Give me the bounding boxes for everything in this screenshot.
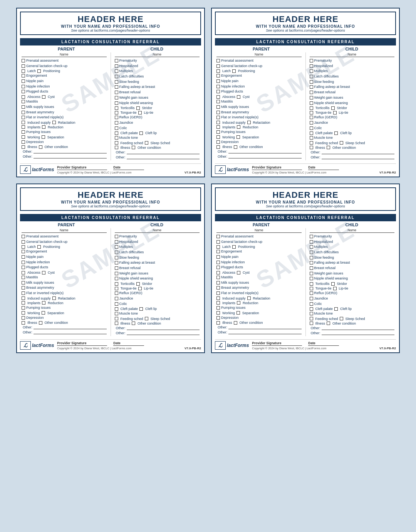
checkbox[interactable] — [22, 64, 25, 68]
checkbox[interactable] — [115, 136, 118, 140]
checkbox[interactable] — [216, 135, 220, 139]
checkbox[interactable] — [115, 245, 118, 249]
checkbox[interactable] — [333, 111, 337, 114]
checkbox[interactable] — [216, 266, 220, 269]
checkbox[interactable] — [42, 135, 45, 139]
checkbox[interactable] — [136, 282, 140, 286]
checkbox[interactable] — [310, 121, 313, 125]
checkbox[interactable] — [115, 75, 118, 78]
checkbox[interactable] — [22, 245, 25, 249]
checkbox[interactable] — [22, 125, 25, 129]
checkbox[interactable] — [115, 69, 118, 73]
checkbox[interactable] — [340, 141, 343, 145]
checkbox[interactable] — [115, 146, 118, 149]
checkbox[interactable] — [115, 131, 118, 135]
checkbox[interactable] — [310, 131, 313, 135]
checkbox[interactable] — [22, 100, 25, 103]
checkbox[interactable] — [22, 69, 25, 73]
checkbox[interactable] — [310, 297, 313, 300]
checkbox[interactable] — [22, 140, 25, 144]
checkbox[interactable] — [42, 311, 45, 315]
checkbox[interactable] — [132, 322, 135, 325]
checkbox[interactable] — [310, 59, 313, 62]
checkbox[interactable] — [310, 111, 313, 114]
checkbox[interactable] — [237, 135, 240, 139]
checkbox[interactable] — [115, 59, 118, 62]
checkbox[interactable] — [136, 106, 140, 110]
checkbox[interactable] — [310, 266, 313, 270]
checkbox[interactable] — [139, 307, 143, 311]
checkbox[interactable] — [145, 141, 148, 145]
checkbox[interactable] — [139, 131, 143, 135]
checkbox[interactable] — [22, 116, 25, 119]
checkbox[interactable] — [310, 101, 313, 105]
checkbox[interactable] — [310, 312, 313, 315]
checkbox[interactable] — [115, 266, 118, 270]
checkbox[interactable] — [216, 90, 220, 93]
checkbox[interactable] — [310, 322, 313, 325]
checkbox[interactable] — [115, 312, 118, 315]
checkbox[interactable] — [216, 59, 220, 62]
checkbox[interactable] — [216, 111, 220, 114]
checkbox[interactable] — [216, 64, 220, 68]
checkbox[interactable] — [115, 96, 118, 99]
checkbox[interactable] — [310, 251, 313, 254]
checkbox[interactable] — [327, 146, 330, 149]
checkbox[interactable] — [216, 281, 220, 285]
checkbox[interactable] — [216, 245, 220, 249]
checkbox[interactable] — [22, 145, 25, 149]
checkbox[interactable] — [52, 121, 56, 124]
checkbox[interactable] — [22, 111, 25, 114]
checkbox[interactable] — [22, 266, 25, 269]
checkbox[interactable] — [237, 301, 240, 305]
checkbox[interactable] — [22, 135, 25, 139]
checkbox[interactable] — [22, 59, 25, 62]
checkbox[interactable] — [216, 321, 220, 325]
checkbox[interactable] — [310, 91, 313, 94]
checkbox[interactable] — [22, 95, 25, 99]
checkbox[interactable] — [334, 131, 338, 135]
checkbox[interactable] — [216, 306, 220, 310]
checkbox[interactable] — [333, 287, 337, 290]
checkbox[interactable] — [310, 126, 313, 130]
checkbox[interactable] — [237, 95, 240, 99]
checkbox[interactable] — [22, 240, 25, 244]
checkbox[interactable] — [216, 250, 220, 253]
checkbox[interactable] — [115, 282, 118, 286]
checkbox[interactable] — [115, 272, 118, 275]
checkbox[interactable] — [331, 282, 335, 286]
checkbox[interactable] — [22, 90, 25, 93]
checkbox[interactable] — [22, 321, 25, 325]
checkbox[interactable] — [310, 106, 313, 110]
checkbox[interactable] — [327, 322, 330, 325]
checkbox[interactable] — [216, 105, 220, 109]
checkbox[interactable] — [310, 307, 313, 311]
checkbox[interactable] — [331, 106, 335, 110]
checkbox[interactable] — [334, 307, 338, 311]
checkbox[interactable] — [22, 276, 25, 279]
checkbox[interactable] — [22, 121, 25, 124]
checkbox[interactable] — [115, 256, 118, 259]
checkbox[interactable] — [145, 317, 148, 320]
checkbox[interactable] — [52, 296, 56, 300]
checkbox[interactable] — [22, 105, 25, 109]
checkbox[interactable] — [237, 311, 240, 315]
checkbox[interactable] — [115, 85, 118, 89]
checkbox[interactable] — [310, 235, 313, 238]
checkbox[interactable] — [42, 125, 45, 129]
checkbox[interactable] — [216, 276, 220, 279]
checkbox[interactable] — [310, 136, 313, 140]
checkbox[interactable] — [216, 261, 220, 264]
checkbox[interactable] — [115, 302, 118, 306]
checkbox[interactable] — [115, 111, 118, 114]
checkbox[interactable] — [115, 116, 118, 119]
checkbox[interactable] — [216, 95, 220, 99]
checkbox[interactable] — [39, 321, 42, 325]
checkbox[interactable] — [22, 306, 25, 310]
checkbox[interactable] — [216, 116, 220, 119]
checkbox[interactable] — [216, 121, 220, 124]
checkbox[interactable] — [22, 311, 25, 315]
checkbox[interactable] — [216, 69, 220, 73]
checkbox[interactable] — [216, 311, 220, 315]
checkbox[interactable] — [237, 125, 240, 129]
